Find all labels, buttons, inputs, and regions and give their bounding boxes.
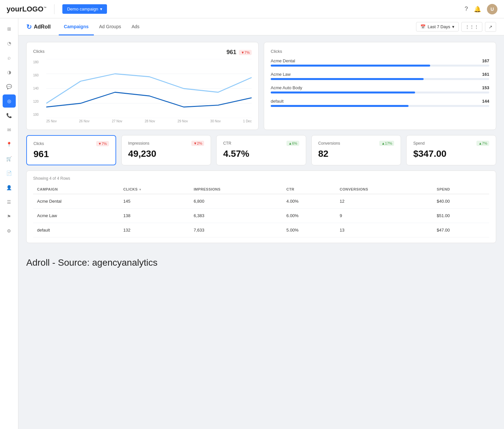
bar-item: default 144: [271, 99, 489, 107]
bar-item: Acme Dental 167: [271, 58, 489, 67]
sidebar-item-cart[interactable]: 🛒: [3, 152, 16, 165]
notification-button[interactable]: 🔔: [474, 6, 481, 13]
sidebar-item-file[interactable]: 📄: [3, 167, 16, 180]
main-content: ↻ AdRoll Campaigns Ad Groups Ads 📅 Last …: [18, 18, 504, 429]
help-icon: ?: [465, 6, 468, 12]
sub-nav-right: 📅 Last 7 Days ▾ ⋮⋮⋮ ↗: [416, 22, 496, 32]
sidebar-item-phone[interactable]: 📞: [3, 109, 16, 122]
adroll-label: AdRoll: [34, 24, 51, 30]
main-layout: ⊞ ◔ ⌕ ◑ 💬 ◎ 📞 ✉ 📍 🛒 📄 👤 ☰ ⚑ ⚙ ↻ AdRoll C…: [0, 18, 504, 429]
chevron-down-icon: ▾: [100, 7, 102, 11]
sidebar-item-pin[interactable]: 📍: [3, 138, 16, 151]
x-label-1: 26 Nov: [79, 119, 90, 123]
cell-conversions: 13: [336, 223, 433, 237]
metric-header: Clicks ▼7%: [33, 141, 109, 146]
bar-chart-items: Acme Dental 167 Acme Law 161 Acme Auto B…: [271, 58, 489, 107]
bar-row: default 144: [271, 99, 489, 104]
col-header-clicks[interactable]: Clicks: [119, 185, 190, 194]
sidebar-item-list[interactable]: ☰: [3, 195, 16, 209]
columns-icon: ⋮⋮⋮: [465, 24, 479, 30]
sidebar-item-mail[interactable]: ✉: [3, 123, 16, 136]
bar-value: 144: [482, 99, 489, 104]
cell-ctr: 4.00%: [283, 194, 336, 209]
adroll-brand: ↻ AdRoll: [26, 23, 51, 31]
tab-campaigns[interactable]: Campaigns: [59, 18, 94, 35]
sidebar-item-user[interactable]: 👤: [3, 181, 16, 194]
date-range-button[interactable]: 📅 Last 7 Days ▾: [416, 22, 459, 31]
y-label-1: 160: [33, 73, 44, 77]
cell-impressions: 6,800: [190, 194, 283, 209]
bar-row: Acme Law 161: [271, 72, 489, 77]
metrics-row: Clicks ▼7% 961 Impressions ▼2% 49,230 CT…: [26, 135, 496, 165]
cell-campaign: Acme Dental: [33, 194, 119, 209]
share-button[interactable]: ↗: [485, 22, 496, 32]
sidebar-item-chat[interactable]: 💬: [3, 80, 16, 93]
adroll-icon: ↻: [26, 23, 32, 31]
col-header-conversions: Conversions: [336, 185, 433, 194]
bar-fill: [271, 78, 424, 80]
metric-header: Conversions ▲17%: [318, 141, 394, 146]
demo-campaign-button[interactable]: Demo campaign ▾: [62, 4, 107, 14]
metric-card-spend[interactable]: Spend ▲7% $347.00: [406, 135, 496, 165]
avatar[interactable]: U: [487, 4, 497, 14]
x-label-5: 30 Nov: [210, 119, 221, 123]
columns-button[interactable]: ⋮⋮⋮: [461, 22, 482, 32]
cell-clicks: 145: [119, 194, 190, 209]
metric-card-ctr[interactable]: CTR ▲6% 4.57%: [216, 135, 306, 165]
help-button[interactable]: ?: [465, 6, 468, 12]
tab-ad-groups[interactable]: Ad Groups: [94, 18, 126, 35]
bell-icon: 🔔: [474, 6, 481, 12]
bar-item: Acme Law 161: [271, 72, 489, 80]
cell-spend: $51.00: [433, 209, 489, 223]
col-header-spend: Spend: [433, 185, 489, 194]
sidebar-item-pie[interactable]: ◑: [3, 66, 16, 79]
line-chart-svg: [46, 59, 252, 118]
tab-ads[interactable]: Ads: [126, 18, 145, 35]
line-chart-title: Clicks: [33, 49, 45, 54]
chart-svg-area: 25 Nov 26 Nov 27 Nov 28 Nov 29 Nov 30 No…: [46, 59, 252, 123]
table-header-row: CampaignClicksImpressionsCTRConversionsS…: [33, 185, 489, 194]
metric-label: CTR: [223, 141, 231, 146]
metric-label: Conversions: [318, 141, 340, 146]
metric-card-conversions[interactable]: Conversions ▲17% 82: [311, 135, 401, 165]
metric-header: CTR ▲6%: [223, 141, 299, 146]
sidebar-item-flag[interactable]: ⚑: [3, 210, 16, 223]
bar-track: [271, 65, 489, 67]
metric-value: 49,230: [128, 149, 204, 159]
charts-row: Clicks 961 ▼7% 180 160 140 120 100: [26, 42, 496, 130]
nav-divider: [54, 4, 54, 14]
metric-header: Impressions ▼2%: [128, 141, 204, 146]
table-showing: Showing 4 of 4 Rows: [33, 176, 489, 181]
x-label-0: 25 Nov: [46, 119, 57, 123]
sidebar-item-home[interactable]: ⊞: [3, 22, 16, 35]
calendar-icon: 📅: [420, 24, 426, 29]
metric-card-impressions[interactable]: Impressions ▼2% 49,230: [121, 135, 211, 165]
bar-track: [271, 105, 489, 107]
chevron-down-icon: ▾: [452, 24, 454, 29]
metric-value: $347.00: [413, 149, 489, 159]
line-chart-card: Clicks 961 ▼7% 180 160 140 120 100: [26, 42, 259, 130]
bar-name: Acme Auto Body: [271, 85, 302, 90]
metric-header: Spend ▲7%: [413, 141, 489, 146]
cell-clicks: 132: [119, 223, 190, 237]
data-table: CampaignClicksImpressionsCTRConversionsS…: [33, 185, 489, 237]
bar-chart-card: Clicks Acme Dental 167 Acme Law 161 Acme…: [264, 42, 496, 130]
table-card: Showing 4 of 4 Rows CampaignClicksImpres…: [26, 171, 496, 243]
metric-label: Clicks: [33, 141, 44, 146]
cell-campaign: default: [33, 223, 119, 237]
bar-fill: [271, 92, 415, 93]
sub-nav-tabs: Campaigns Ad Groups Ads: [59, 18, 416, 35]
sidebar-item-settings[interactable]: ⚙: [3, 224, 16, 237]
bar-row: Acme Auto Body 153: [271, 85, 489, 90]
sidebar-item-analytics[interactable]: ◔: [3, 37, 16, 50]
sub-nav: ↻ AdRoll Campaigns Ad Groups Ads 📅 Last …: [18, 18, 504, 35]
chart-value-area: 961 ▼7%: [226, 49, 252, 56]
metric-badge: ▲7%: [476, 141, 489, 146]
sidebar-item-target[interactable]: ◎: [3, 94, 16, 108]
metric-card-clicks[interactable]: Clicks ▼7% 961: [26, 135, 116, 165]
y-label-3: 120: [33, 100, 44, 103]
sidebar-item-search[interactable]: ⌕: [3, 51, 16, 64]
bar-value: 161: [482, 72, 489, 77]
x-label-2: 27 Nov: [112, 119, 122, 123]
chart-header: Clicks 961 ▼7%: [33, 49, 252, 56]
